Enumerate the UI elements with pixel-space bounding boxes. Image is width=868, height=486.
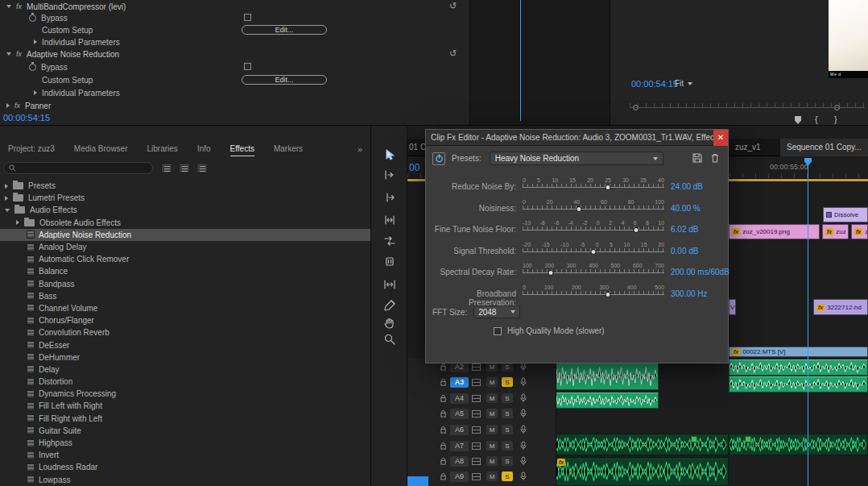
- audio-clip[interactable]: [554, 393, 659, 409]
- tree-item-chorus-flanger[interactable]: Chorus/Flanger: [0, 314, 370, 326]
- close-button[interactable]: ✕: [713, 130, 728, 146]
- solo-button[interactable]: S: [502, 425, 513, 434]
- individual-parameters-row[interactable]: Individual Parameters: [0, 36, 469, 48]
- sync-lock-icon[interactable]: [472, 410, 481, 417]
- mute-button[interactable]: M: [486, 471, 498, 481]
- zoom-handle[interactable]: [834, 105, 840, 110]
- tree-item-invert[interactable]: Invert: [0, 449, 370, 461]
- save-preset-button[interactable]: [691, 152, 704, 165]
- effect-header-panner[interactable]: fx Panner: [0, 100, 469, 111]
- chevron-down-icon[interactable]: [5, 209, 10, 212]
- lock-icon[interactable]: [440, 378, 447, 387]
- tab-media-browser[interactable]: Media Browser: [74, 144, 128, 156]
- lock-icon[interactable]: [440, 363, 447, 372]
- lock-icon[interactable]: [440, 457, 447, 466]
- slider-value[interactable]: 40.00 %: [671, 204, 701, 213]
- filter-32bit-button[interactable]: [179, 163, 190, 173]
- mic-icon[interactable]: [519, 393, 527, 403]
- mute-button[interactable]: M: [486, 441, 498, 451]
- presets-dropdown[interactable]: Heavy Noise Reduction: [490, 152, 663, 165]
- mute-button[interactable]: M: [486, 393, 498, 403]
- sync-lock-icon[interactable]: [472, 473, 481, 480]
- clip-3222712-hd[interactable]: fx 3222712-hd: [813, 299, 868, 315]
- tree-item-bass[interactable]: Bass: [0, 290, 370, 302]
- chevron-down-icon[interactable]: [6, 52, 11, 56]
- solo-button[interactable]: S: [502, 393, 513, 403]
- mic-icon[interactable]: [519, 409, 527, 418]
- clip-00022-mts[interactable]: fx 00022.MTS [V]: [729, 347, 868, 357]
- solo-button[interactable]: S: [502, 471, 513, 481]
- slider-value[interactable]: 300.00 Hz: [671, 289, 708, 298]
- slider-knob[interactable]: [605, 185, 610, 190]
- effect-header-multiband[interactable]: fx MultiBandCompressor (levi): [0, 1, 469, 12]
- tree-item-lowpass[interactable]: Lowpass: [0, 474, 370, 486]
- search-input[interactable]: [20, 164, 147, 172]
- slider-knob[interactable]: [605, 292, 610, 297]
- add-marker-icon[interactable]: [795, 116, 801, 124]
- fft-size-dropdown[interactable]: 2048: [473, 305, 520, 318]
- audio-clip[interactable]: [554, 363, 659, 390]
- slider-value[interactable]: 6.02 dB: [671, 225, 698, 234]
- slider-value[interactable]: 200.00 ms/60dB: [671, 268, 730, 276]
- lock-icon[interactable]: [440, 442, 447, 451]
- lock-icon[interactable]: [440, 426, 447, 434]
- lock-icon[interactable]: [440, 472, 447, 481]
- clip-zuz-v20019[interactable]: fx zuz_v20019.png: [729, 224, 820, 239]
- mic-icon[interactable]: [519, 471, 527, 481]
- mic-icon[interactable]: [519, 377, 527, 387]
- tree-item-distortion[interactable]: Distortion: [0, 376, 370, 388]
- mic-icon[interactable]: [519, 425, 527, 434]
- tree-item-lumetri-presets[interactable]: Lumetri Presets: [0, 192, 370, 204]
- playhead-line[interactable]: [808, 158, 808, 486]
- rolling-edit-tool[interactable]: [382, 214, 397, 228]
- monitor-mini-timeline[interactable]: [630, 100, 865, 111]
- slider-knob[interactable]: [577, 206, 582, 212]
- slider-track[interactable]: [523, 248, 664, 256]
- hand-tool[interactable]: [382, 317, 397, 331]
- chevron-right-icon[interactable]: [34, 39, 37, 44]
- tree-item-fill-right-with-left[interactable]: Fill Right with Left: [0, 413, 370, 425]
- rate-stretch-tool[interactable]: [382, 235, 397, 249]
- reset-effect-icon[interactable]: [449, 48, 461, 59]
- slider-track[interactable]: [523, 291, 664, 299]
- slider-knob[interactable]: [633, 227, 639, 233]
- selection-tool[interactable]: [382, 149, 397, 164]
- stopwatch-icon[interactable]: [29, 15, 36, 22]
- clip-dissolve[interactable]: Dissolve: [823, 207, 868, 222]
- tab-info[interactable]: Info: [197, 144, 211, 156]
- tree-item-audio-effects[interactable]: Audio Effects: [0, 204, 370, 216]
- track-select-forward-tool[interactable]: [382, 168, 397, 183]
- tab-sequence-01-copy[interactable]: Sequence 01 Copy...: [780, 139, 868, 156]
- monitor-timecode[interactable]: 00:00:54:15: [631, 79, 678, 89]
- slider-track[interactable]: [523, 226, 664, 235]
- track-name-button[interactable]: A5: [450, 409, 469, 419]
- ripple-edit-tool[interactable]: [382, 191, 397, 206]
- track-name-button[interactable]: A8: [450, 456, 469, 467]
- sync-lock-icon[interactable]: [472, 379, 481, 386]
- sequence-tab-fragment[interactable]: 01 Co: [407, 139, 427, 156]
- tree-item-loudness-radar[interactable]: Loudness Radar: [0, 461, 370, 473]
- dialog-titlebar[interactable]: Clip Fx Editor - Adaptive Noise Reductio…: [426, 130, 728, 146]
- edit-setup-button[interactable]: Edit...: [242, 75, 327, 85]
- zoom-tool[interactable]: [382, 333, 397, 347]
- tab-project[interactable]: Project: zuz3: [8, 144, 55, 156]
- lock-icon[interactable]: [440, 394, 447, 403]
- tab-libraries[interactable]: Libraries: [147, 144, 178, 156]
- slider-track[interactable]: [523, 269, 664, 277]
- tree-item-bandpass[interactable]: Bandpass: [0, 278, 370, 290]
- tree-item-analog-delay[interactable]: Analog Delay: [0, 241, 370, 253]
- slider-track[interactable]: [523, 184, 664, 192]
- solo-button[interactable]: S: [502, 456, 513, 466]
- effect-power-toggle[interactable]: [432, 152, 445, 165]
- audio-clip[interactable]: [554, 434, 729, 455]
- razor-tool[interactable]: [382, 255, 397, 270]
- track-name-button[interactable]: A4: [450, 393, 469, 404]
- tree-item-dynamics-processing[interactable]: Dynamics Processing: [0, 388, 370, 400]
- bypass-checkbox[interactable]: [244, 14, 251, 21]
- tree-item-dehummer[interactable]: DeHummer: [0, 351, 370, 363]
- clip-keyframe-badge[interactable]: [691, 436, 697, 442]
- solo-button[interactable]: S: [502, 409, 513, 418]
- track-name-button[interactable]: A3: [450, 377, 469, 388]
- zoom-handle[interactable]: [633, 105, 639, 110]
- track-name-button[interactable]: A6: [450, 425, 469, 435]
